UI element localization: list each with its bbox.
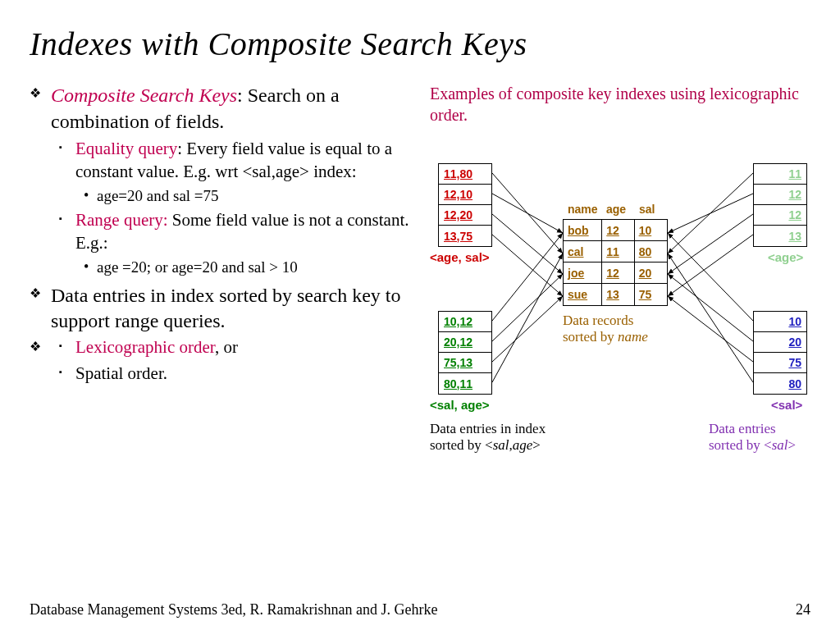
index-sal: 10 20 75 80 [753, 311, 807, 395]
svg-line-14 [668, 296, 753, 362]
composite-key-diagram: 11,80 12,10 12,20 13,75 <age, sal> 10,12… [430, 139, 815, 524]
bullet-accent: Range query: [75, 210, 168, 230]
index-row: 20,12 [439, 332, 491, 353]
center-caption: Data records sorted by name [563, 313, 648, 346]
index-row: 13 [754, 226, 806, 246]
svg-line-3 [492, 235, 563, 296]
index-row: 75 [754, 353, 806, 373]
slide-footer: Database Management Systems 3ed, R. Rama… [30, 601, 810, 619]
bullet-accent: Equality query [75, 139, 177, 158]
bullet-accent: Lexicographic order [75, 337, 215, 357]
svg-line-15 [668, 253, 753, 382]
svg-line-9 [668, 194, 753, 233]
label-sal-age: <sal, age> [430, 398, 490, 412]
center-hdr-sal: sal [639, 203, 655, 216]
index-row: 10,12 [439, 312, 491, 332]
page-number: 24 [796, 601, 810, 619]
svg-line-2 [492, 214, 563, 274]
index-row: 13,75 [439, 226, 491, 246]
index-row: 12 [754, 185, 806, 205]
index-row: 10 [754, 312, 806, 332]
footer-source: Database Management Systems 3ed, R. Rama… [30, 601, 437, 619]
bullet-data-entries: Data entries in index sorted by search k… [30, 283, 415, 335]
bottom-left-caption: Data entries in index sorted by <sal,age… [430, 421, 546, 454]
index-row: 80 [754, 373, 806, 394]
center-hdr-name: name [568, 203, 598, 216]
bullet-lex: Lexicographic order, or [51, 336, 415, 359]
bullet-range: Range query: Some field value is not a c… [51, 209, 415, 277]
index-row: 12,20 [439, 205, 491, 226]
table-row: joe 12 20 [564, 262, 667, 284]
index-row: 20 [754, 332, 806, 353]
svg-line-5 [492, 274, 563, 341]
table-row: sue 13 75 [564, 284, 667, 305]
slide-title: Indexes with Composite Search Keys [30, 25, 810, 63]
right-column: Examples of composite key indexes using … [430, 83, 815, 524]
svg-line-4 [492, 233, 563, 321]
table-row: bob 12 10 [564, 220, 667, 241]
center-hdr-age: age [606, 203, 626, 216]
index-row: 12,10 [439, 185, 491, 205]
label-age-sal: <age, sal> [430, 250, 490, 264]
svg-line-0 [492, 173, 563, 253]
svg-line-6 [492, 296, 563, 362]
bullet-eq-example: age=20 and sal =75 [75, 185, 415, 207]
bullet-spatial: Spatial order. [51, 363, 415, 386]
index-age-sal: 11,80 12,10 12,20 13,75 [438, 163, 492, 247]
index-row: 11,80 [439, 164, 491, 185]
index-row: 80,11 [439, 373, 491, 394]
index-row: 75,13 [439, 353, 491, 373]
table-row: cal 11 80 [564, 241, 667, 262]
left-column: Composite Search Keys: Search on a combi… [30, 83, 415, 524]
index-row: 11 [754, 164, 806, 185]
svg-line-7 [492, 253, 563, 382]
svg-line-8 [668, 173, 753, 253]
svg-line-13 [668, 274, 753, 341]
index-row: 12 [754, 205, 806, 226]
index-age: 11 12 12 13 [753, 163, 807, 247]
label-age: <age> [768, 250, 803, 264]
bullet-text: , or [215, 337, 238, 357]
svg-line-12 [668, 233, 753, 321]
svg-line-11 [668, 235, 753, 296]
examples-header: Examples of composite key indexes using … [430, 83, 815, 126]
bullet-hold: Lexicographic order, or Spatial order. [30, 336, 415, 385]
bullet-composite: Composite Search Keys: Search on a combi… [30, 83, 415, 278]
bottom-right-caption: Data entries sorted by <sal> [709, 421, 796, 454]
center-table: bob 12 10 cal 11 80 joe 12 20 [563, 219, 668, 306]
svg-line-1 [492, 194, 563, 233]
label-sal: <sal> [771, 398, 802, 412]
index-sal-age: 10,12 20,12 75,13 80,11 [438, 311, 492, 395]
bullet-equality: Equality query: Every field value is equ… [51, 138, 415, 206]
bullet-range-example: age =20; or age=20 and sal > 10 [75, 257, 415, 278]
svg-line-10 [668, 214, 753, 274]
bullet-accent: Composite Search Keys [51, 84, 237, 106]
